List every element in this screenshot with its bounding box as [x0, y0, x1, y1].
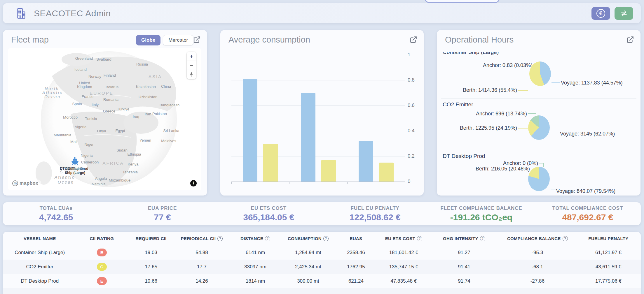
avg-consumption-title: Average consumption	[228, 35, 310, 45]
swap-arrows-icon	[619, 10, 628, 17]
bar-blue	[301, 93, 315, 182]
gridline	[231, 55, 405, 55]
column-header-label: DISTANCE	[240, 236, 263, 241]
mapbox-wordmark: mapbox	[20, 181, 38, 186]
table-cell: Container Ship (Large)	[3, 250, 76, 256]
rating-badge: E	[97, 249, 107, 256]
bar-blue	[243, 79, 257, 182]
table-cell: 2358.46	[334, 250, 378, 256]
expand-map-icon[interactable]	[193, 36, 201, 43]
table-cell: 1,254.94 mt	[282, 250, 334, 256]
kpi-item: FUEL EU PENALTY122,508.62 €	[322, 205, 428, 222]
pie-voyage-label: Voyage: 3145 (62.07%)	[560, 131, 615, 137]
kpi-item: FLEET COMPLIANCE BALANCE-191.26 tCO₂eq	[428, 205, 534, 222]
table-cell: 14.26	[175, 278, 228, 284]
help-icon[interactable]: ?	[417, 236, 422, 241]
vessel-marker-label: Ship (Large)	[65, 171, 85, 175]
avg-consumption-panel: Average consumption 00.20.40.60.81Contai…	[220, 30, 424, 196]
compass-button[interactable]	[187, 70, 196, 79]
table-cell: 33097 nm	[228, 264, 282, 270]
table-cell: 621.24	[334, 278, 378, 284]
projection-toggle: Globe Mercator	[136, 35, 193, 45]
gridline	[231, 156, 405, 156]
column-header-label: EU ETS COST	[385, 236, 415, 241]
help-icon[interactable]: ?	[323, 236, 329, 241]
column-header: DISTANCE?	[228, 236, 282, 241]
table-cell: 17,775.06 €	[576, 278, 641, 284]
building-icon	[15, 7, 27, 20]
table-cell: 19.03	[127, 250, 175, 256]
help-icon[interactable]: ?	[265, 236, 270, 241]
kpi-label: TOTAL COMPLIANCE COST	[535, 205, 641, 211]
mercator-button[interactable]: Mercator	[163, 35, 193, 45]
expand-consumption-icon[interactable]	[410, 36, 417, 43]
top-cutoff-popover	[425, 0, 500, 3]
table-row[interactable]: CO2 EmitterC17.6517.733097 nm2,425.34 mt…	[3, 260, 641, 274]
table-row[interactable]: DT Desktop ProdE10.6614.261814 nm300.00 …	[3, 274, 641, 288]
help-icon[interactable]: ?	[563, 236, 568, 241]
table-cell: DT Desktop Prod	[3, 278, 76, 284]
pie-chart	[528, 115, 550, 140]
kpi-value: -191.26 tCO₂eq	[428, 212, 534, 222]
mapbox-attribution[interactable]: m mapbox	[11, 179, 41, 187]
expand-hours-icon[interactable]	[626, 36, 634, 43]
compass-icon	[189, 72, 193, 77]
pie-chart	[528, 167, 550, 191]
ship-icon	[70, 157, 80, 166]
table-cell: 91.27	[429, 250, 499, 256]
operational-hours-content: Container Ship (Large) Anchor: 0.83 (0.0…	[437, 52, 640, 196]
kpi-strip: TOTAL EUAs4,742.65EUA PRICE77 €EU ETS CO…	[3, 202, 641, 225]
table-cell: 61,121.97 €	[576, 250, 641, 256]
x-axis-tick	[231, 182, 232, 184]
zoom-out-button[interactable]: −	[187, 61, 196, 70]
table-cell: 6141 nm	[228, 250, 282, 256]
column-header-label: PERIODICAL CII	[181, 236, 216, 241]
zoom-in-button[interactable]: +	[187, 52, 196, 61]
table-cell: -68.1	[499, 264, 576, 270]
kpi-value: 77 €	[109, 212, 215, 222]
table-cell: 17.7	[175, 264, 228, 270]
y-axis-tick: 0.4	[408, 128, 415, 134]
kpi-label: FLEET COMPLIANCE BALANCE	[428, 205, 534, 211]
table-cell: 10.66	[127, 278, 175, 284]
help-icon[interactable]: ?	[217, 236, 223, 241]
kpi-value: 487,692.67 €	[535, 212, 641, 222]
cii-rating-badge: E	[76, 277, 127, 285]
x-axis-tick	[289, 182, 289, 184]
help-icon[interactable]: ?	[480, 236, 485, 241]
kpi-label: EU ETS COST	[216, 205, 322, 211]
table-cell: 1814 nm	[228, 278, 282, 284]
kpi-label: EUA PRICE	[109, 205, 215, 211]
kpi-item: EUA PRICE77 €	[109, 205, 215, 222]
column-header-label: CII RATING	[90, 236, 114, 241]
table-cell: 181,601.42 €	[378, 250, 429, 256]
map-info-icon[interactable]: i	[190, 180, 197, 186]
table-cell: 1762.95	[334, 264, 378, 270]
column-header-label: GHG INTENSITY	[443, 236, 478, 241]
globe-button[interactable]: Globe	[136, 35, 160, 45]
table-cell: -95.3	[499, 250, 576, 256]
column-header-label: CONSUMPTION	[288, 236, 322, 241]
table-cell: 2,425.34 mt	[282, 264, 334, 270]
table-cell: 300.00 mt	[282, 278, 334, 284]
pie-section-title: CO2 Emitter	[443, 101, 473, 108]
app-title: SEACOTEC Admin	[34, 8, 111, 18]
table-row[interactable]: Container Ship (Large)E19.0354.886141 nm…	[3, 245, 641, 260]
table-cell: CO2 Emitter	[3, 264, 76, 270]
column-header: COMPLIANCE BALANCE?	[499, 236, 576, 241]
y-axis-tick: 0	[408, 179, 410, 184]
gridline	[231, 105, 405, 106]
kpi-value: 122,508.62 €	[322, 212, 428, 222]
column-header-label: COMPLIANCE BALANCE	[507, 236, 561, 241]
transfer-button[interactable]	[615, 7, 633, 20]
rating-badge: E	[97, 277, 107, 285]
bar-yellow	[321, 160, 336, 182]
map-canvas[interactable]: GreenlandSvalbardIcelandNorwayFinlandRus…	[8, 48, 201, 190]
currency-button[interactable]: €	[591, 7, 610, 20]
bar-yellow	[379, 163, 394, 182]
table-cell: 135,747.15 €	[378, 264, 429, 270]
kpi-item: TOTAL COMPLIANCE COST487,692.67 €	[535, 205, 641, 222]
cii-rating-badge: E	[76, 249, 127, 256]
table-cell: 91.41	[429, 264, 499, 270]
table-cell: 47,835.48 €	[378, 278, 429, 284]
